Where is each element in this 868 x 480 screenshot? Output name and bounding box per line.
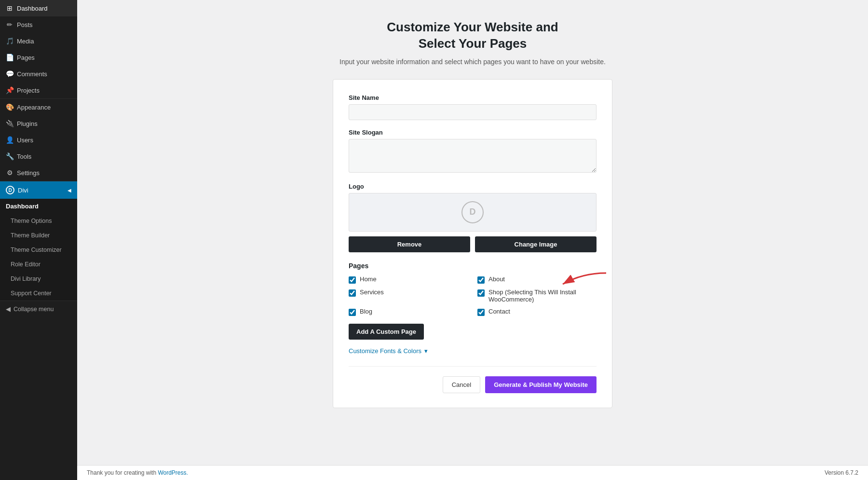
chevron-down-icon: ▾ xyxy=(424,347,428,355)
version-text: Version 6.7.2 xyxy=(825,469,858,476)
sidebar-item-role-editor[interactable]: Role Editor xyxy=(0,257,77,272)
page-check-services: Services xyxy=(349,288,468,303)
cancel-button[interactable]: Cancel xyxy=(443,376,480,393)
remove-logo-button[interactable]: Remove xyxy=(349,236,470,252)
sidebar-item-comments[interactable]: 💬 Comments xyxy=(0,66,77,82)
dashboard-icon: ⊞ xyxy=(6,4,14,12)
sidebar-item-users[interactable]: 👤 Users xyxy=(0,132,77,148)
sidebar-item-projects[interactable]: 📌 Projects xyxy=(0,82,77,98)
sidebar: ⊞ Dashboard ✏ Posts 🎵 Media 📄 Pages 💬 Co… xyxy=(0,0,77,480)
collapse-menu-button[interactable]: ◀ Collapse menu xyxy=(0,301,77,317)
sidebar-item-theme-options[interactable]: Theme Options xyxy=(0,214,77,228)
page-check-home: Home xyxy=(349,275,468,284)
logo-buttons: Remove Change Image xyxy=(349,236,597,252)
sidebar-item-pages[interactable]: 📄 Pages xyxy=(0,49,77,66)
page-check-shop: Shop (Selecting This Will Install WooCom… xyxy=(477,288,597,303)
sidebar-item-support-center[interactable]: Support Center xyxy=(0,286,77,301)
sidebar-item-media[interactable]: 🎵 Media xyxy=(0,33,77,49)
logo-label: Logo xyxy=(349,183,597,190)
sidebar-item-divi-library[interactable]: Divi Library xyxy=(0,272,77,286)
users-icon: 👤 xyxy=(6,136,14,144)
logo-area: D xyxy=(349,193,597,232)
blog-checkbox[interactable] xyxy=(349,309,356,316)
pages-grid: Home About Services Shop (Selecting This… xyxy=(349,275,597,316)
about-checkbox[interactable] xyxy=(477,276,485,284)
services-checkbox[interactable] xyxy=(349,289,356,297)
page-title: Customize Your Website and Select Your P… xyxy=(387,19,558,52)
sidebar-item-posts[interactable]: ✏ Posts xyxy=(0,16,77,33)
logo-placeholder-icon: D xyxy=(461,201,484,223)
divi-logo-icon: D xyxy=(6,186,14,194)
add-custom-page-button[interactable]: Add A Custom Page xyxy=(349,324,424,340)
content-area: Customize Your Website and Select Your P… xyxy=(77,0,868,465)
site-slogan-input[interactable] xyxy=(349,139,597,173)
plugins-icon: 🔌 xyxy=(6,120,14,127)
publish-button[interactable]: Generate & Publish My Website xyxy=(485,376,597,393)
divi-chevron-icon: ◀ xyxy=(68,188,71,193)
home-checkbox[interactable] xyxy=(349,276,356,284)
posts-icon: ✏ xyxy=(6,21,14,28)
sidebar-item-divi[interactable]: D Divi ◀ xyxy=(0,181,77,199)
site-name-input[interactable] xyxy=(349,104,597,120)
change-image-button[interactable]: Change Image xyxy=(475,236,597,252)
footer-text: Thank you for creating with WordPress. xyxy=(87,469,188,476)
setup-card: Site Name Site Slogan Logo D Remove Chan… xyxy=(333,79,612,408)
sidebar-item-dashboard[interactable]: ⊞ Dashboard xyxy=(0,0,77,16)
page-subtitle: Input your website information and selec… xyxy=(339,58,606,66)
comments-icon: 💬 xyxy=(6,70,14,78)
wordpress-link[interactable]: WordPress. xyxy=(158,469,188,476)
settings-icon: ⚙ xyxy=(6,169,14,177)
collapse-icon: ◀ xyxy=(6,305,11,313)
card-footer: Cancel Generate & Publish My Website xyxy=(349,366,597,393)
shop-checkbox[interactable] xyxy=(477,289,485,297)
customize-fonts-link[interactable]: Customize Fonts & Colors ▾ xyxy=(349,347,597,355)
appearance-icon: 🎨 xyxy=(6,103,14,111)
sidebar-item-theme-customizer[interactable]: Theme Customizer xyxy=(0,243,77,257)
media-icon: 🎵 xyxy=(6,37,14,45)
pages-section-label: Pages xyxy=(349,262,597,270)
contact-checkbox[interactable] xyxy=(477,309,485,316)
divi-submenu: Dashboard Theme Options Theme Builder Th… xyxy=(0,199,77,301)
page-check-contact: Contact xyxy=(477,308,597,316)
page-check-blog: Blog xyxy=(349,308,468,316)
main-content: Customize Your Website and Select Your P… xyxy=(77,0,868,480)
divi-submenu-dashboard-header: Dashboard xyxy=(0,199,77,214)
tools-icon: 🔧 xyxy=(6,152,14,160)
pages-icon: 📄 xyxy=(6,54,14,61)
footer-bar: Thank you for creating with WordPress. V… xyxy=(77,465,868,480)
site-slogan-label: Site Slogan xyxy=(349,129,597,136)
site-name-label: Site Name xyxy=(349,94,597,101)
projects-icon: 📌 xyxy=(6,86,14,94)
page-check-about: About xyxy=(477,275,597,284)
sidebar-item-appearance[interactable]: 🎨 Appearance xyxy=(0,99,77,115)
sidebar-item-theme-builder[interactable]: Theme Builder xyxy=(0,228,77,243)
sidebar-item-plugins[interactable]: 🔌 Plugins xyxy=(0,115,77,132)
sidebar-item-settings[interactable]: ⚙ Settings xyxy=(0,165,77,181)
sidebar-item-tools[interactable]: 🔧 Tools xyxy=(0,148,77,165)
